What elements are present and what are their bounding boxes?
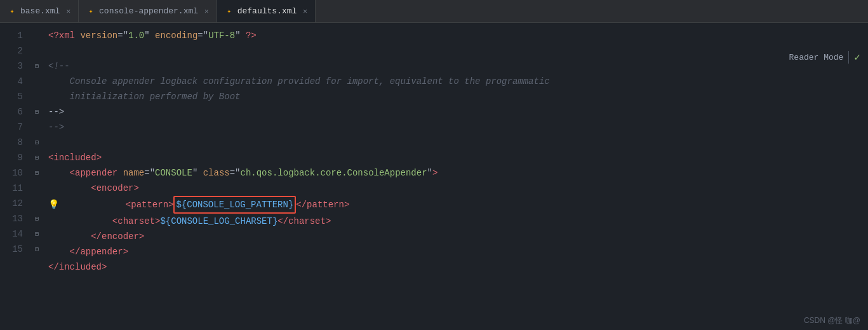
fold-11: [30, 181, 43, 196]
tab-close-defaults-xml[interactable]: ✕: [303, 7, 307, 15]
code-line-10: <encoder>: [48, 181, 868, 196]
xml-icon-base: ✦: [8, 7, 17, 16]
fold-gutter: ⊟ ⊟ ⊟ ⊟ ⊟ ⊟ ⊟ ⊟: [30, 23, 43, 330]
fold-15[interactable]: ⊟: [30, 242, 43, 257]
line-num-13: 13: [0, 211, 30, 226]
xml-encoding-attr: encoding: [155, 28, 197, 43]
line-num-9: 9: [0, 150, 30, 165]
tab-bar: ✦ base.xml ✕ ✦ console-appender.xml ✕ ✦ …: [0, 0, 868, 23]
code-line-14: </appender>: [48, 244, 868, 259]
code-line-3: <!--: [48, 58, 868, 74]
code-line-2: [48, 43, 868, 58]
fold-7: [30, 120, 43, 135]
xml-keyword: xml: [59, 28, 75, 43]
editor-area: Reader Mode ✓ 1 2 3 4 5 6 7 8 9 10 11 12…: [0, 23, 868, 330]
xml-icon-defaults: ✦: [225, 7, 234, 16]
included-tag: included: [53, 150, 96, 165]
line-num-7: 7: [0, 120, 30, 135]
line-num-3: 3: [0, 58, 30, 74]
fold-8[interactable]: ⊟: [30, 135, 43, 150]
line-num-5: 5: [0, 89, 30, 104]
tab-console-appender-xml[interactable]: ✦ console-appender.xml ✕: [79, 0, 217, 22]
line-num-6: 6: [0, 104, 30, 120]
tab-defaults-xml[interactable]: ✦ defaults.xml ✕: [217, 0, 316, 22]
xml-icon-console: ✦: [86, 7, 95, 16]
tab-label-console-appender-xml: console-appender.xml: [99, 6, 198, 16]
included-open-bracket: <: [48, 150, 53, 165]
code-line-15: </included>: [48, 259, 868, 275]
fold-6[interactable]: ⊟: [30, 104, 43, 120]
code-line-5: initialization performed by Boot: [48, 89, 868, 104]
line-num-11: 11: [0, 181, 30, 196]
tab-base-xml[interactable]: ✦ base.xml ✕: [0, 0, 79, 22]
xml-decl-close: ?>: [246, 28, 257, 43]
xml-encoding-val: UTF-8: [208, 28, 235, 43]
code-content[interactable]: <?xml version="1.0" encoding="UTF-8" ?> …: [43, 23, 868, 330]
code-line-9: <appender name="CONSOLE" class="ch.qos.l…: [48, 165, 868, 181]
code-line-4: Console appender logback configuration p…: [48, 74, 868, 89]
xml-decl-open: <?: [48, 28, 59, 43]
included-close-bracket: >: [97, 150, 102, 165]
fold-1: [30, 28, 43, 43]
reader-mode-divider: [848, 51, 849, 64]
code-line-6: -->: [48, 120, 868, 135]
reader-mode-bar: Reader Mode ✓: [789, 51, 868, 64]
watermark: CSDN @怪 咖@: [804, 315, 860, 326]
fold-13[interactable]: ⊟: [30, 211, 43, 226]
line-num-12: 12: [0, 196, 30, 211]
code-line-13: </encoder>: [48, 229, 868, 244]
console-log-pattern-highlight: ${CONSOLE_LOG_PATTERN}: [173, 196, 296, 214]
code-line-11: 💡 <pattern>${CONSOLE_LOG_PATTERN}</patte…: [48, 196, 868, 214]
line-num-15: 15: [0, 242, 30, 257]
code-line-1: <?xml version="1.0" encoding="UTF-8" ?>: [48, 28, 868, 43]
tab-label-base-xml: base.xml: [20, 6, 60, 16]
lightbulb-icon[interactable]: 💡: [48, 197, 59, 212]
line-num-14: 14: [0, 226, 30, 242]
tab-close-console-xml[interactable]: ✕: [204, 7, 209, 15]
reader-mode-button[interactable]: Reader Mode: [789, 53, 844, 62]
check-icon: ✓: [854, 51, 860, 64]
line-num-1: 1: [0, 28, 30, 43]
fold-9[interactable]: ⊟: [30, 150, 43, 165]
fold-2: [30, 43, 43, 58]
fold-12: [30, 196, 43, 211]
xml-version-attr: version: [80, 28, 117, 43]
fold-4: [30, 74, 43, 89]
line-num-4: 4: [0, 74, 30, 89]
xml-version-val: 1.0: [128, 28, 144, 43]
code-line-12: <charset>${CONSOLE_LOG_CHARSET}</charset…: [48, 214, 868, 229]
fold-5: [30, 89, 43, 104]
fold-10[interactable]: ⊟: [30, 165, 43, 181]
fold-3[interactable]: ⊟: [30, 58, 43, 74]
line-numbers: 1 2 3 4 5 6 7 8 9 10 11 12 13 14 15: [0, 23, 30, 330]
tab-close-base-xml[interactable]: ✕: [66, 7, 70, 15]
code-line-7: [48, 135, 868, 150]
comment-open: <!--: [48, 58, 70, 74]
line-num-10: 10: [0, 165, 30, 181]
fold-14[interactable]: ⊟: [30, 226, 43, 242]
code-line-8: <included>: [48, 150, 868, 165]
tab-label-defaults-xml: defaults.xml: [237, 6, 297, 16]
comment-text-1: Console appender logback configuration p…: [48, 74, 550, 89]
comment-text-2: initialization performed by Boot: [48, 89, 240, 104]
comment-close: -->: [48, 120, 64, 135]
line-num-8: 8: [0, 135, 30, 150]
line-num-2: 2: [0, 43, 30, 58]
